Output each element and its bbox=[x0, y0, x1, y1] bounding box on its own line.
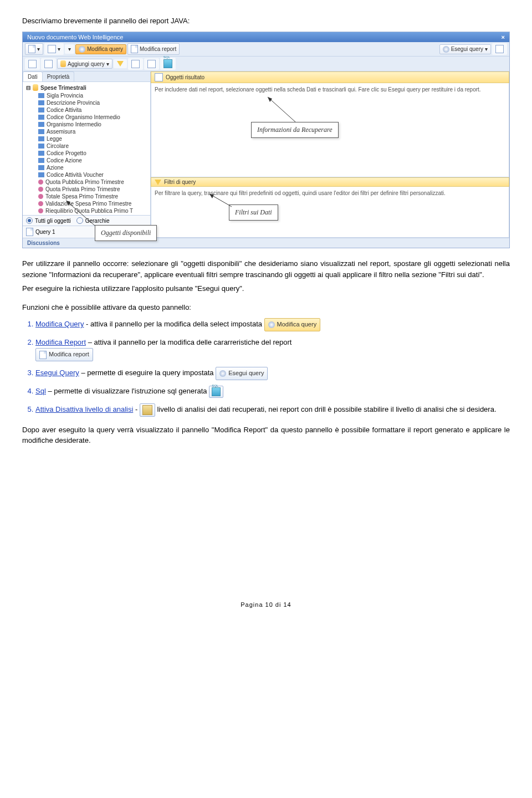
modifica-report-inline-button[interactable]: Modifica report bbox=[35, 348, 93, 361]
list-item: Modifica Report – attiva il pannello per… bbox=[35, 337, 510, 361]
filter-button[interactable] bbox=[114, 59, 127, 68]
tree-meas[interactable]: Quota Privata Primo Trimestre bbox=[26, 186, 147, 193]
tab-proprieta[interactable]: Proprietà bbox=[42, 71, 75, 81]
tree-dim[interactable]: Codice Attività Voucher bbox=[26, 171, 147, 178]
square-icon bbox=[28, 60, 37, 68]
result-objects-body[interactable]: Per includere dati nel report, seleziona… bbox=[151, 83, 509, 177]
list-item: Sql – permette di visualizzare l'istruzi… bbox=[35, 386, 510, 398]
func-name: Sql bbox=[35, 387, 46, 395]
java-panel-screenshot: Nuovo documento Web Intelligence × ▾ ▾ ▾… bbox=[22, 32, 510, 248]
left-tabs: Dati Proprietà bbox=[23, 71, 150, 82]
right-pane: Oggetti risultato Per includere dati nel… bbox=[151, 71, 509, 238]
tree-root[interactable]: ⊟ Spese Trimestrali bbox=[26, 84, 147, 91]
paragraph-3: Funzioni che è possiblile attivare da qu… bbox=[22, 302, 510, 313]
radio-gerarchie[interactable]: Gerarchie bbox=[76, 217, 110, 224]
callout-oggetti: Oggetti disponibili bbox=[95, 225, 157, 241]
query-filters-body[interactable]: Per filtrare la query, trascinare qui fi… bbox=[151, 187, 509, 238]
tree-dim[interactable]: Circolare bbox=[26, 142, 147, 150]
tree-meas[interactable]: Totale Spesa Primo Trimestre bbox=[26, 193, 147, 200]
db-icon bbox=[60, 60, 66, 67]
toolbar-query: Aggiungi query ▾ bbox=[23, 57, 509, 71]
tree-dim[interactable]: Assemisura bbox=[26, 128, 147, 135]
svg-line-0 bbox=[268, 97, 295, 122]
square-icon bbox=[131, 60, 140, 68]
intro-text: Descriviamo brevemente il pannello dei r… bbox=[22, 17, 510, 25]
radio-icon bbox=[26, 217, 33, 224]
dimension-icon bbox=[38, 115, 44, 120]
gear-icon bbox=[79, 46, 85, 53]
tab-dati[interactable]: Dati bbox=[23, 71, 43, 81]
tool-d[interactable] bbox=[144, 58, 159, 70]
tree-dim[interactable]: Descrizione Provincia bbox=[26, 99, 147, 106]
tree-meas[interactable]: Quota Pubblica Primo Trimestre bbox=[26, 178, 147, 186]
aggiungi-query-button[interactable]: Aggiungi query ▾ bbox=[57, 59, 112, 69]
dimension-icon bbox=[38, 100, 44, 105]
radio-icon bbox=[76, 217, 83, 224]
func-name: Modifica Query bbox=[35, 320, 84, 328]
modifica-query-inline-button[interactable]: Modifica query bbox=[264, 318, 321, 331]
doc-icon bbox=[131, 45, 138, 53]
drill-inline-button[interactable] bbox=[140, 403, 155, 417]
func-name: Esegui Query bbox=[35, 369, 79, 377]
tree-dim[interactable]: Codice Organismo Intermedio bbox=[26, 114, 147, 121]
square-icon bbox=[155, 73, 163, 81]
square-icon bbox=[495, 45, 504, 53]
sql-button[interactable] bbox=[160, 58, 176, 70]
callout-info: Informazioni da Recuperare bbox=[251, 122, 339, 138]
tree-dim[interactable]: Azione bbox=[26, 164, 147, 171]
radio-all[interactable]: Tutti gli oggetti bbox=[26, 217, 71, 224]
object-tree[interactable]: ⊟ Spese Trimestrali Sigla Provincia Desc… bbox=[23, 82, 150, 215]
play-icon bbox=[219, 370, 226, 377]
paragraph-4: Dopo aver eseguito la query verrà visual… bbox=[22, 424, 510, 446]
sql-icon bbox=[163, 59, 172, 68]
tool-b[interactable] bbox=[41, 58, 56, 70]
sql-icon bbox=[212, 387, 221, 396]
new-doc-button[interactable]: ▾ bbox=[25, 43, 43, 55]
drill-icon bbox=[142, 405, 152, 415]
tool-c[interactable] bbox=[128, 58, 143, 70]
tree-dim[interactable]: Organismo Intermedio bbox=[26, 121, 147, 128]
paragraph-2: Per eseguire la richiesta utilizzare l'a… bbox=[22, 283, 510, 294]
overflow-button[interactable] bbox=[492, 43, 507, 55]
tree-dim[interactable]: Codice Azione bbox=[26, 157, 147, 164]
sql-inline-button[interactable] bbox=[209, 386, 223, 398]
dropdown-button[interactable]: ▾ bbox=[44, 43, 64, 55]
func-name: Modifica Report bbox=[35, 338, 86, 346]
dimension-icon bbox=[38, 129, 44, 134]
query-filters-header: Filtri di query bbox=[151, 177, 509, 187]
measure-icon bbox=[38, 187, 43, 192]
callout-filtri: Filtri sui Dati bbox=[229, 204, 278, 221]
modifica-query-button[interactable]: Modifica query bbox=[75, 44, 126, 54]
tree-dim[interactable]: Codice Progetto bbox=[26, 150, 147, 157]
tree-filter-radios: Tutti gli oggetti Gerarchie bbox=[23, 215, 150, 226]
doc-icon bbox=[26, 228, 33, 236]
tree-dim[interactable]: Sigla Provincia bbox=[26, 92, 147, 99]
modifica-report-button[interactable]: Modifica report bbox=[127, 43, 180, 55]
square-icon bbox=[44, 60, 53, 68]
page-footer: Pagina 10 di 14 bbox=[22, 601, 510, 608]
tree-dim[interactable]: Legge bbox=[26, 135, 147, 142]
tree-dim[interactable]: Codice Attivita bbox=[26, 106, 147, 114]
dimension-icon bbox=[38, 151, 44, 156]
play-icon bbox=[443, 46, 449, 53]
objects-pane: Dati Proprietà ⊟ Spese Trimestrali Sigla… bbox=[23, 71, 151, 238]
tree-meas[interactable]: Riequilibrio Quota Pubblica Primo T bbox=[26, 207, 147, 214]
doc-icon bbox=[39, 351, 47, 359]
list-item: Esegui Query – permette di eseguire la q… bbox=[35, 367, 510, 380]
measure-icon bbox=[38, 208, 43, 213]
more-button[interactable]: ▾ bbox=[65, 44, 74, 54]
close-icon[interactable]: × bbox=[502, 34, 505, 40]
gear-icon bbox=[268, 321, 275, 328]
dimension-icon bbox=[38, 158, 44, 163]
tree-meas[interactable]: Validazione Spesa Primo Trimestre bbox=[26, 200, 147, 207]
db-icon bbox=[33, 84, 38, 91]
measure-icon bbox=[38, 201, 43, 206]
measure-icon bbox=[38, 180, 43, 185]
esegui-query-inline-button[interactable]: Esegui query bbox=[216, 367, 268, 380]
square-icon bbox=[48, 45, 56, 53]
list-item: Attiva Disattiva livello di analisi - li… bbox=[35, 403, 510, 417]
tool-a[interactable] bbox=[25, 58, 40, 70]
dimension-icon bbox=[38, 122, 44, 127]
paragraph-1: Per utilizzare il pannello occorre: sele… bbox=[22, 258, 510, 280]
esegui-query-button[interactable]: Esegui query ▾ bbox=[439, 44, 491, 54]
